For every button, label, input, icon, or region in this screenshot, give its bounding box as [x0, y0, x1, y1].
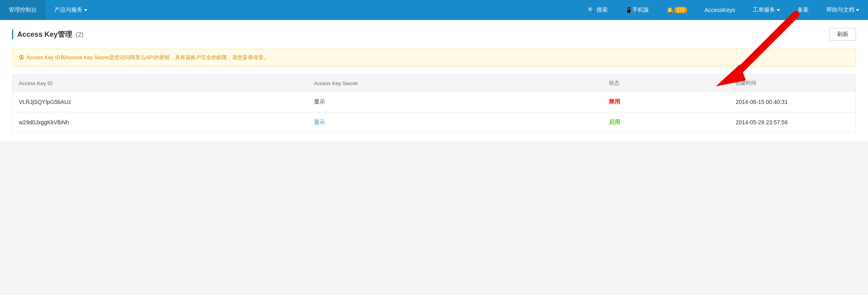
- nav-filing[interactable]: 备案: [789, 0, 818, 20]
- col-created: 创建时间: [729, 75, 856, 92]
- nav-products[interactable]: 产品与服务: [46, 0, 96, 20]
- cell-key-id: w29d0JxggKkVlbNh: [12, 112, 307, 133]
- table-header-row: Access Key ID Access Key Secret 状态 创建时间: [12, 75, 856, 92]
- nav-notifications[interactable]: 🔔 124: [658, 0, 696, 20]
- notification-badge: 124: [674, 7, 687, 13]
- status-badge-disabled: 禁用: [609, 98, 620, 105]
- search-icon: 🔍: [588, 7, 595, 13]
- nav-mobile[interactable]: 📱 手机版: [617, 0, 658, 20]
- table-section: Access Key ID Access Key Secret 状态 创建时间 …: [12, 74, 856, 133]
- ticket-dropdown-arrow: [777, 9, 780, 11]
- alert-box: ① Access Key ID和Access Key Secret是您访问阿里云…: [12, 49, 856, 66]
- page-header: Access Key管理 (2) 刷新: [12, 28, 856, 41]
- nav-help[interactable]: 帮助与文档: [818, 0, 868, 20]
- bell-icon: 🔔: [667, 7, 673, 13]
- table-row: w29d0JxggKkVlbNh 显示 启用 2014-05-29 23:57:…: [12, 112, 856, 133]
- help-dropdown-arrow: [856, 9, 859, 11]
- nav-ticket[interactable]: 工单服务: [744, 0, 789, 20]
- cell-created: 2014-05-29 23:57:56: [729, 112, 856, 133]
- cell-status: 启用: [603, 112, 729, 133]
- page-title: Access Key管理 (2): [12, 30, 84, 39]
- col-key-id: Access Key ID: [12, 75, 307, 92]
- cell-key-secret: 显示: [307, 92, 603, 112]
- nav-access-keys[interactable]: AccessKeys: [696, 0, 744, 20]
- refresh-button[interactable]: 刷新: [830, 28, 856, 41]
- access-key-table: Access Key ID Access Key Secret 状态 创建时间 …: [12, 74, 856, 133]
- alert-icon: ①: [19, 54, 24, 61]
- col-status: 状态: [603, 75, 729, 92]
- status-badge-enabled: 启用: [609, 119, 620, 125]
- alert-text: Access Key ID和Access Key Secret是您访问阿里云AP…: [26, 54, 269, 61]
- nav-search[interactable]: 🔍 搜索: [579, 0, 617, 20]
- cell-status: 禁用: [603, 92, 729, 112]
- main-content: Access Key管理 (2) 刷新 ① Access Key ID和Acce…: [0, 20, 868, 141]
- cell-key-secret: 显示: [307, 112, 603, 133]
- products-dropdown-arrow: [84, 9, 87, 11]
- nav-brand[interactable]: 管理控制台: [0, 0, 46, 20]
- mobile-icon: 📱: [625, 7, 632, 13]
- show-secret-link[interactable]: 显示: [314, 119, 325, 125]
- svg-line-0: [732, 14, 796, 78]
- cell-created: 2014-06-15 00:40:31: [729, 92, 856, 112]
- cell-key-id: VLRJjSQYlpG5bAUz: [12, 92, 307, 112]
- top-navigation: 管理控制台 产品与服务 🔍 搜索 📱 手机版 🔔 124 AccessKeys …: [0, 0, 868, 20]
- table-row: VLRJjSQYlpG5bAUz 显示 禁用 2014-06-15 00:40:…: [12, 92, 856, 112]
- col-key-secret: Access Key Secret: [307, 75, 603, 92]
